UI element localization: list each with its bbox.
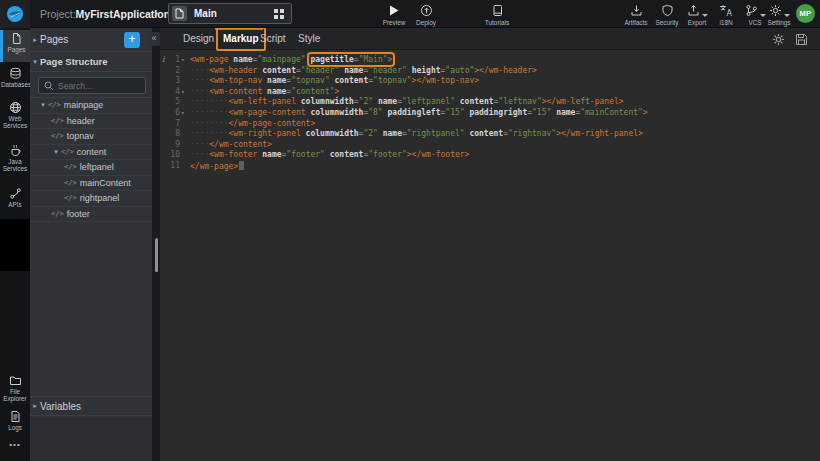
- i18n-button[interactable]: Ai18N: [711, 3, 741, 26]
- pages-panel-header[interactable]: ▸ Pages +: [30, 28, 152, 52]
- search-row: Search...: [30, 72, 152, 98]
- annotation-highlight: pagetitle="Main">: [310, 55, 392, 64]
- code-line-3[interactable]: 3····<wm-top-nav name="topnav" content="…: [160, 76, 820, 87]
- tree-item-leftpanel[interactable]: </>leftpanel: [30, 160, 152, 176]
- tree-item-label: footer: [67, 209, 90, 219]
- panel-footer-area: [30, 417, 152, 461]
- export-icon: [682, 3, 712, 17]
- artifacts-icon: [621, 3, 651, 17]
- code-line-2[interactable]: 2····<wm-header content="header" name="h…: [160, 66, 820, 77]
- activitybar-item-file-explorer[interactable]: File Explorer: [0, 372, 30, 408]
- variables-label: Variables: [40, 401, 81, 412]
- deploy-button[interactable]: Deploy: [406, 3, 446, 26]
- activitybar-item-more[interactable]: •••: [0, 440, 30, 454]
- logo-icon: [6, 5, 24, 23]
- tree-item-label: leftpanel: [80, 162, 114, 172]
- activitybar-item-databases[interactable]: Databases: [0, 65, 30, 95]
- search-placeholder: Search...: [58, 81, 92, 91]
- chevron-down-icon: [702, 14, 708, 17]
- code-line-10[interactable]: 10····<wm-footer name="footer" content="…: [160, 150, 820, 161]
- activitybar-item-pages[interactable]: Pages: [0, 30, 30, 62]
- widget-code-icon: </>: [51, 210, 64, 218]
- tree-item-label: mainpage: [64, 100, 104, 110]
- fold-icon[interactable]: ▾: [181, 55, 185, 66]
- grid-icon[interactable]: [274, 9, 284, 19]
- tab-design[interactable]: Design: [183, 28, 214, 50]
- wavemaker-logo[interactable]: [0, 0, 30, 28]
- fold-icon[interactable]: ▾: [181, 87, 185, 98]
- top-bar: Project:MyFirstApplication › Main Previe…: [0, 0, 820, 28]
- tree-item-header[interactable]: </>header: [30, 114, 152, 130]
- page-structure-tree: ▾</>mainpage</>header</>topnav▾</>conten…: [30, 98, 152, 222]
- chevron-right-icon: ▸: [30, 36, 40, 44]
- code-line-5[interactable]: 5········<wm-left-panel columnwidth="2" …: [160, 97, 820, 108]
- gear-icon: [772, 33, 785, 46]
- tutorials-button[interactable]: Tutorials: [477, 3, 517, 26]
- activity-bar: PagesDatabasesWeb ServicesJava ServicesA…: [0, 28, 30, 461]
- page-file-icon: [172, 6, 187, 21]
- line-number: 7: [160, 119, 180, 130]
- tree-item-rightpanel[interactable]: </>rightpanel: [30, 191, 152, 207]
- logs-icon: [0, 409, 30, 424]
- collapse-panel-button[interactable]: «: [148, 32, 160, 46]
- markup-code-editor[interactable]: i1▾<wm-page name="mainpage" pagetitle="M…: [160, 50, 820, 461]
- panel-scrollbar[interactable]: [155, 238, 158, 272]
- tree-item-content[interactable]: ▾</>content: [30, 145, 152, 161]
- line-number: 9: [160, 140, 180, 151]
- more-icon: •••: [0, 441, 30, 448]
- export-button[interactable]: Export: [682, 3, 712, 26]
- widget-code-icon: </>: [51, 117, 64, 125]
- code-line-1[interactable]: i1▾<wm-page name="mainpage" pagetitle="M…: [160, 55, 820, 66]
- deploy-icon: [406, 3, 446, 17]
- databases-icon: [0, 66, 30, 81]
- code-line-4[interactable]: 4▾····<wm-content name="content">: [160, 87, 820, 98]
- security-button[interactable]: Security: [652, 3, 682, 26]
- widget-code-icon: </>: [51, 132, 64, 140]
- activitybar-item-logs[interactable]: Logs: [0, 408, 30, 436]
- tree-item-mainContent[interactable]: </>mainContent: [30, 176, 152, 192]
- open-page-tab[interactable]: Main: [168, 3, 292, 24]
- code-line-6[interactable]: 6▾········<wm-page-content columnwidth="…: [160, 108, 820, 119]
- code-line-8[interactable]: 8········<wm-right-panel columnwidth="2"…: [160, 129, 820, 140]
- file-explorer-icon: [0, 373, 30, 388]
- search-input[interactable]: Search...: [38, 77, 146, 94]
- activitybar-item-apis[interactable]: APIs: [0, 185, 30, 215]
- line-number: 8: [160, 129, 180, 140]
- pages-panel: ▸ Pages + ▾ Page Structure Search... ▾</…: [30, 28, 152, 461]
- line-number: 3: [160, 76, 180, 87]
- line-number: 6: [160, 108, 180, 119]
- tree-item-topnav[interactable]: </>topnav: [30, 129, 152, 145]
- save-icon: [795, 33, 808, 46]
- settings-button[interactable]: Settings: [764, 3, 794, 26]
- tree-item-footer[interactable]: </>footer: [30, 207, 152, 223]
- artifacts-button[interactable]: Artifacts: [621, 3, 651, 26]
- code-line-7[interactable]: 7········</wm-page-content>: [160, 119, 820, 130]
- pages-icon: [3, 31, 30, 46]
- markup-settings-button[interactable]: [771, 32, 786, 47]
- widget-code-icon: </>: [64, 194, 77, 202]
- variables-header[interactable]: ▸ Variables: [30, 396, 152, 416]
- project-name: Project:MyFirstApplication: [40, 0, 170, 28]
- add-page-button[interactable]: +: [124, 32, 140, 48]
- code-line-9[interactable]: 9····</wm-content>: [160, 140, 820, 151]
- chevron-down-icon: [784, 14, 790, 17]
- activitybar-item-java-services[interactable]: Java Services: [0, 142, 30, 182]
- widget-code-icon: </>: [61, 148, 74, 156]
- tab-script[interactable]: Script: [260, 28, 286, 50]
- tree-item-label: mainContent: [80, 178, 131, 188]
- user-avatar[interactable]: MP: [796, 4, 815, 23]
- line-number: 10: [160, 150, 180, 161]
- settings-icon: [764, 3, 794, 17]
- page-structure-header[interactable]: ▾ Page Structure: [30, 52, 152, 72]
- save-button[interactable]: [794, 32, 809, 47]
- activitybar-item-web-services[interactable]: Web Services: [0, 99, 30, 139]
- line-number: 2: [160, 66, 180, 77]
- tree-item-label: rightpanel: [80, 193, 120, 203]
- tree-item-mainpage[interactable]: ▾</>mainpage: [30, 98, 152, 114]
- tab-markup[interactable]: Markup: [217, 28, 265, 50]
- page-tab-title: Main: [194, 8, 274, 19]
- java-services-icon: [0, 143, 30, 158]
- fold-icon[interactable]: ▾: [181, 108, 185, 119]
- code-line-11[interactable]: 11</wm-page>: [160, 161, 820, 172]
- tab-style[interactable]: Style: [298, 28, 320, 50]
